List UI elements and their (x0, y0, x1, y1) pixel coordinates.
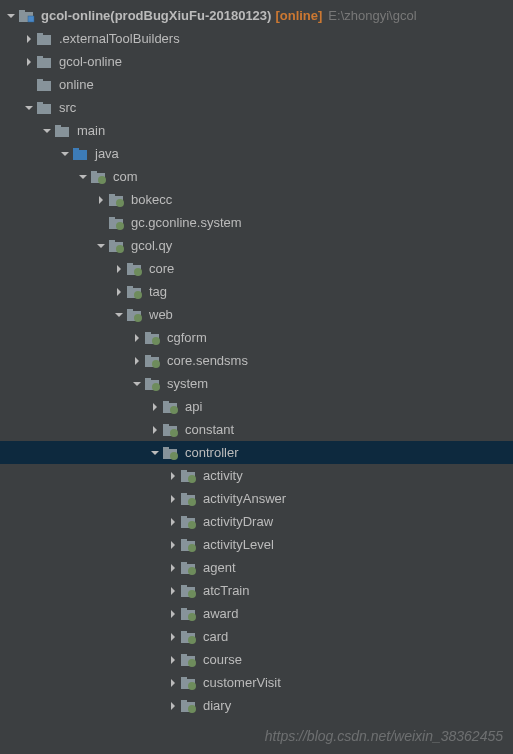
svg-rect-6 (37, 56, 43, 59)
svg-rect-82 (181, 677, 187, 680)
package-icon (144, 376, 162, 392)
chevron-right-icon[interactable] (130, 331, 144, 345)
svg-point-44 (152, 383, 160, 391)
package-icon (162, 422, 180, 438)
tree-item-agent[interactable]: agent (0, 556, 513, 579)
chevron-right-icon[interactable] (166, 676, 180, 690)
chevron-right-icon[interactable] (166, 538, 180, 552)
tree-item-gcol-online[interactable]: gcol-online (0, 50, 513, 73)
chevron-right-icon[interactable] (148, 400, 162, 414)
chevron-right-icon[interactable] (166, 630, 180, 644)
tree-item-label: diary (203, 698, 231, 713)
tree-item-com[interactable]: com (0, 165, 513, 188)
chevron-right-icon[interactable] (166, 584, 180, 598)
chevron-right-icon[interactable] (112, 262, 126, 276)
svg-rect-43 (145, 378, 151, 381)
package-icon (144, 353, 162, 369)
package-icon (126, 261, 144, 277)
chevron-down-icon[interactable] (112, 308, 126, 322)
tree-item-atctrain[interactable]: atcTrain (0, 579, 513, 602)
package-icon (126, 284, 144, 300)
svg-rect-70 (181, 585, 187, 588)
tree-item-constant[interactable]: constant (0, 418, 513, 441)
chevron-right-icon[interactable] (166, 699, 180, 713)
folder-icon (36, 31, 54, 47)
tree-item-src[interactable]: src (0, 96, 513, 119)
svg-rect-64 (181, 539, 187, 542)
svg-point-35 (134, 314, 142, 322)
chevron-down-icon[interactable] (22, 101, 36, 115)
tree-item-label: gc.gconline.system (131, 215, 242, 230)
tree-item-diary[interactable]: diary (0, 694, 513, 717)
tree-item-main[interactable]: main (0, 119, 513, 142)
chevron-right-icon[interactable] (94, 193, 108, 207)
tree-item-core[interactable]: core (0, 257, 513, 280)
tree-item-label: core (149, 261, 174, 276)
chevron-right-icon[interactable] (22, 32, 36, 46)
chevron-right-icon[interactable] (166, 653, 180, 667)
tree-item-cgform[interactable]: cgform (0, 326, 513, 349)
tree-item--externaltoolbuilders[interactable]: .externalToolBuilders (0, 27, 513, 50)
chevron-right-icon[interactable] (130, 354, 144, 368)
svg-rect-55 (181, 470, 187, 473)
tree-item-gcol-online-prodbugxiufu-20180123-[interactable]: gcol-online(prodBugXiuFu-20180123)[onlin… (0, 4, 513, 27)
svg-rect-3 (37, 35, 51, 45)
chevron-right-icon[interactable] (166, 515, 180, 529)
chevron-down-icon[interactable] (148, 446, 162, 460)
svg-point-26 (116, 245, 124, 253)
tree-item-label: cgform (167, 330, 207, 345)
svg-rect-67 (181, 562, 187, 565)
tree-item-activitydraw[interactable]: activityDraw (0, 510, 513, 533)
chevron-down-icon[interactable] (58, 147, 72, 161)
chevron-down-icon[interactable] (76, 170, 90, 184)
tree-item-controller[interactable]: controller (0, 441, 513, 464)
project-tree[interactable]: gcol-online(prodBugXiuFu-20180123)[onlin… (0, 0, 513, 717)
tree-item-gc-gconline-system[interactable]: gc.gconline.system (0, 211, 513, 234)
svg-rect-37 (145, 332, 151, 335)
tree-item-core-sendsms[interactable]: core.sendsms (0, 349, 513, 372)
svg-rect-85 (181, 700, 187, 703)
tree-item-online[interactable]: online (0, 73, 513, 96)
svg-rect-40 (145, 355, 151, 358)
tree-item-course[interactable]: course (0, 648, 513, 671)
svg-rect-61 (181, 516, 187, 519)
tree-item-web[interactable]: web (0, 303, 513, 326)
tree-item-activitylevel[interactable]: activityLevel (0, 533, 513, 556)
package-icon (108, 215, 126, 231)
chevron-right-icon[interactable] (166, 492, 180, 506)
tree-item-card[interactable]: card (0, 625, 513, 648)
svg-rect-5 (37, 58, 51, 68)
chevron-down-icon[interactable] (130, 377, 144, 391)
tree-item-java[interactable]: java (0, 142, 513, 165)
watermark: https://blog.csdn.net/weixin_38362455 (265, 728, 503, 744)
chevron-right-icon[interactable] (166, 607, 180, 621)
tree-item-gcol-qy[interactable]: gcol.qy (0, 234, 513, 257)
package-icon (162, 399, 180, 415)
chevron-right-icon[interactable] (148, 423, 162, 437)
svg-point-83 (188, 682, 196, 690)
tree-item-label: com (113, 169, 138, 184)
tree-item-bokecc[interactable]: bokecc (0, 188, 513, 211)
tree-item-label: .externalToolBuilders (59, 31, 180, 46)
tree-item-label: java (95, 146, 119, 161)
chevron-down-icon[interactable] (40, 124, 54, 138)
package-icon (180, 698, 198, 714)
chevron-right-icon[interactable] (166, 561, 180, 575)
tree-item-label: gcol-online (59, 54, 122, 69)
tree-item-api[interactable]: api (0, 395, 513, 418)
chevron-down-icon[interactable] (4, 9, 18, 23)
tree-item-customervisit[interactable]: customerVisit (0, 671, 513, 694)
tree-item-activityanswer[interactable]: activityAnswer (0, 487, 513, 510)
tree-item-system[interactable]: system (0, 372, 513, 395)
tree-item-label: tag (149, 284, 167, 299)
tree-item-award[interactable]: award (0, 602, 513, 625)
chevron-right-icon[interactable] (166, 469, 180, 483)
tree-item-tag[interactable]: tag (0, 280, 513, 303)
chevron-right-icon[interactable] (112, 285, 126, 299)
tree-item-activity[interactable]: activity (0, 464, 513, 487)
chevron-right-icon[interactable] (22, 55, 36, 69)
chevron-down-icon[interactable] (94, 239, 108, 253)
svg-point-50 (170, 429, 178, 437)
package-icon (162, 445, 180, 461)
folder-icon (36, 100, 54, 116)
